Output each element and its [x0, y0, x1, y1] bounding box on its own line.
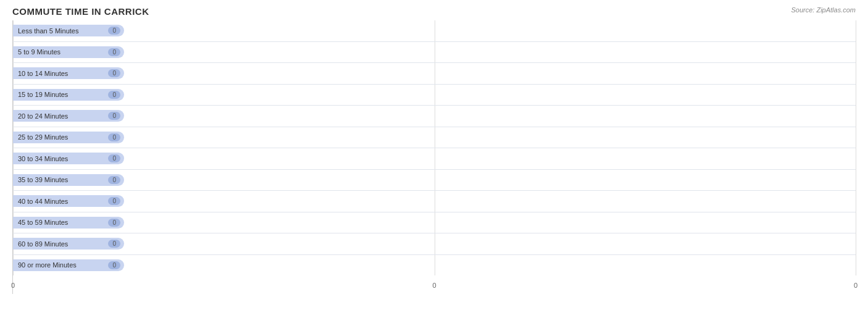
- bar-row: 30 to 34 Minutes0: [13, 148, 856, 170]
- grid-line-2: [856, 20, 856, 275]
- bar-row: 10 to 14 Minutes0: [13, 63, 856, 85]
- chart-container: COMMUTE TIME IN CARRICK Source: ZipAtlas…: [0, 0, 868, 323]
- bar-label-text: Less than 5 Minutes: [18, 27, 104, 35]
- bar-label-text: 30 to 34 Minutes: [18, 155, 104, 162]
- bars-container: Less than 5 Minutes05 to 9 Minutes010 to…: [13, 20, 856, 275]
- bar-row: 40 to 44 Minutes0: [13, 191, 856, 212]
- bar-track: [127, 256, 856, 275]
- bar-row: 5 to 9 Minutes0: [13, 42, 856, 64]
- bar-track: [127, 86, 856, 104]
- bar-value-badge: 0: [108, 154, 120, 162]
- bar-label-pill: 10 to 14 Minutes0: [13, 67, 124, 79]
- bar-label-pill: 25 to 29 Minutes0: [13, 132, 124, 143]
- bar-track: [127, 214, 856, 232]
- bar-value-badge: 0: [108, 48, 120, 56]
- bar-label-text: 10 to 14 Minutes: [18, 70, 104, 77]
- bar-label-text: 5 to 9 Minutes: [18, 48, 104, 56]
- bar-row: 35 to 39 Minutes0: [13, 170, 856, 191]
- bar-label-text: 40 to 44 Minutes: [18, 198, 104, 205]
- bar-label-pill: 90 or more Minutes0: [13, 259, 124, 271]
- bar-value-badge: 0: [108, 91, 120, 99]
- bar-track: [127, 192, 856, 211]
- bar-label-pill: 35 to 39 Minutes0: [13, 174, 124, 186]
- chart-title: COMMUTE TIME IN CARRICK: [12, 6, 856, 17]
- bar-label-pill: 30 to 34 Minutes0: [13, 153, 124, 164]
- bar-label-pill: 5 to 9 Minutes0: [13, 46, 124, 58]
- bar-row: Less than 5 Minutes0: [13, 20, 856, 42]
- bar-track: [127, 43, 856, 62]
- bar-track: [127, 128, 856, 147]
- bar-value-badge: 0: [108, 133, 120, 141]
- bar-label-text: 25 to 29 Minutes: [18, 133, 104, 141]
- bar-track: [127, 171, 856, 190]
- bar-value-badge: 0: [108, 261, 120, 269]
- bar-track: [127, 22, 856, 40]
- grid-label-1: 0: [432, 282, 436, 289]
- bar-label-pill: Less than 5 Minutes0: [13, 25, 124, 36]
- grid-label-2: 0: [854, 282, 858, 289]
- bar-label-pill: 15 to 19 Minutes0: [13, 89, 124, 101]
- bar-track: [127, 64, 856, 83]
- source-text: Source: ZipAtlas.com: [791, 6, 856, 14]
- bar-row: 60 to 89 Minutes0: [13, 233, 856, 255]
- bar-row: 20 to 24 Minutes0: [13, 106, 856, 127]
- bar-track: [127, 107, 856, 125]
- bar-label-pill: 60 to 89 Minutes0: [13, 238, 124, 250]
- bar-row: 90 or more Minutes0: [13, 255, 856, 276]
- bar-label-text: 20 to 24 Minutes: [18, 112, 104, 120]
- bar-value-badge: 0: [108, 112, 120, 120]
- bar-track: [127, 235, 856, 253]
- bar-label-pill: 40 to 44 Minutes0: [13, 195, 124, 207]
- bar-value-badge: 0: [108, 197, 120, 205]
- bar-label-pill: 45 to 59 Minutes0: [13, 217, 124, 229]
- bar-value-badge: 0: [108, 176, 120, 184]
- bar-value-badge: 0: [108, 69, 120, 77]
- bar-row: 15 to 19 Minutes0: [13, 85, 856, 106]
- bar-value-badge: 0: [108, 240, 120, 248]
- bar-label-text: 35 to 39 Minutes: [18, 176, 104, 183]
- chart-area: 0 0 0 Less than 5 Minutes05 to 9 Minutes…: [12, 20, 856, 294]
- bar-label-pill: 20 to 24 Minutes0: [13, 110, 124, 122]
- bar-row: 25 to 29 Minutes0: [13, 127, 856, 149]
- bar-label-text: 60 to 89 Minutes: [18, 240, 104, 248]
- bar-track: [127, 149, 856, 168]
- bar-label-text: 90 or more Minutes: [18, 261, 104, 269]
- grid-label-0: 0: [11, 282, 15, 289]
- bar-value-badge: 0: [108, 27, 120, 35]
- bar-row: 45 to 59 Minutes0: [13, 212, 856, 234]
- bar-label-text: 15 to 19 Minutes: [18, 91, 104, 98]
- bar-value-badge: 0: [108, 219, 120, 227]
- bar-label-text: 45 to 59 Minutes: [18, 219, 104, 226]
